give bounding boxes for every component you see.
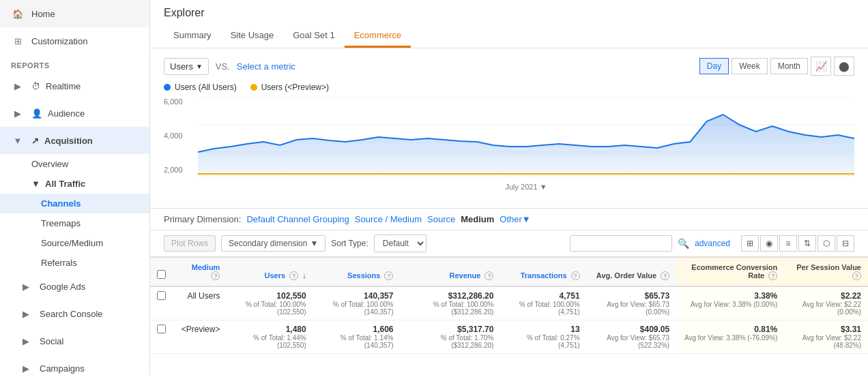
transactions-header-label[interactable]: Transactions [521,271,567,280]
revenue-header-label[interactable]: Revenue [450,271,481,280]
dim-option-source-medium[interactable]: Source / Medium [355,214,422,224]
legend-label-preview: Users (<Preview>) [261,82,329,92]
pie-chart-button[interactable]: ⬤ [834,57,854,76]
cell-avg-order-preview: $409.05 Avg for View: $65.73 (522.32%) [587,320,677,354]
medium-help-icon[interactable]: ? [211,271,220,280]
checkbox-preview[interactable] [157,325,166,333]
overview-label: Overview [31,159,68,169]
medium-header-label[interactable]: Medium [192,263,220,271]
psv-help-icon[interactable]: ? [852,271,861,280]
cell-ecr-preview: 0.81% Avg for View: 3.38% (-76.09%) [676,320,784,354]
transactions-value-all-users: 4,751 [560,291,580,301]
sidebar-item-channels[interactable]: Channels [0,194,149,213]
sidebar-item-google-ads[interactable]: ▶ Google Ads [0,273,149,300]
chart-section: Users ▼ VS. Select a metric Day Week Mon… [150,48,868,209]
sidebar-item-acquisition[interactable]: ▼ ↗ Acquisition [0,127,149,154]
transactions-help-icon[interactable]: ? [571,271,580,280]
table-search-input[interactable] [570,235,672,252]
sidebar-item-realtime[interactable]: ▶ ⏱ Realtime [0,72,149,100]
day-button[interactable]: Day [699,58,729,74]
table-view-button[interactable]: ⊞ [741,235,759,252]
secondary-dimension-button[interactable]: Secondary dimension ▼ [221,235,326,252]
col-header-checkbox [150,258,173,287]
users-sub-all-users: % of Total: 100.00% (102,550) [233,301,306,316]
cell-users-preview: 1,480 % of Total: 1.44% (102,550) [227,320,313,354]
date-label-text: July 2021 [505,183,537,191]
all-traffic-label: All Traffic [45,179,85,189]
sidebar-item-overview[interactable]: Overview [0,154,149,174]
chart-controls: Users ▼ VS. Select a metric Day Week Mon… [164,57,854,76]
cell-psv-preview: $3.31 Avg for View: $2.22 (48.82%) [784,320,868,354]
line-chart-button[interactable]: 📈 [811,57,831,76]
select-all-checkbox[interactable] [157,270,166,279]
sidebar-item-social[interactable]: ▶ Social [0,327,149,355]
revenue-help-icon[interactable]: ? [484,271,493,280]
sidebar-item-home[interactable]: 🏠 Home [0,0,149,27]
metric-selector-label: Users [170,61,193,72]
sidebar-label-home: Home [31,9,55,19]
y-label-4000: 4,000 [164,132,198,140]
month-button[interactable]: Month [770,58,808,74]
plot-rows-button[interactable]: Plot Rows [164,235,216,252]
ecr-help-icon[interactable]: ? [768,271,777,280]
pie-view-button[interactable]: ◉ [760,235,778,252]
metric-selector[interactable]: Users ▼ [164,58,209,75]
legend-label-all-users: Users (All Users) [175,82,237,92]
search-console-label: Search Console [40,309,103,319]
legend-item-preview: Users (<Preview>) [250,82,329,92]
select-metric-link[interactable]: Select a metric [237,61,295,72]
sort-type-select[interactable]: Default [374,235,426,252]
table-controls: Plot Rows Secondary dimension ▼ Sort Typ… [150,230,868,257]
chart-area-fill [198,115,854,176]
users-header-label[interactable]: Users [264,271,285,280]
search-icon[interactable]: 🔍 [678,238,689,249]
tab-goal-set-1[interactable]: Goal Set 1 [283,25,344,48]
users-help-icon[interactable]: ? [289,271,298,280]
sidebar-item-search-console[interactable]: ▶ Search Console [0,300,149,327]
sessions-sub-preview: % of Total: 1.14% (140,357) [320,334,394,349]
revenue-value-preview: $5,317.70 [457,325,493,334]
revenue-value-all-users: $312,286.20 [448,291,494,301]
col-header-psv: Per Session Value ? [784,258,868,287]
dim-option-source[interactable]: Source [427,214,455,224]
compare-view-button[interactable]: ≡ [779,235,797,252]
expand-arrow-acquisition: ▼ [11,134,25,147]
dim-option-default-channel[interactable]: Default Channel Grouping [246,214,349,224]
col-header-medium: Medium ? [173,258,227,287]
week-button[interactable]: Week [732,58,767,74]
sidebar-item-campaigns[interactable]: ▶ Campaigns [0,355,149,375]
pivot-view-button[interactable]: ⇅ [798,235,816,252]
date-dropdown-icon[interactable]: ▼ [540,183,547,191]
chart-controls-left: Users ▼ VS. Select a metric [164,58,295,75]
sidebar-item-all-traffic[interactable]: ▼ All Traffic [0,174,149,194]
legend-dot-preview [250,84,257,91]
dimension-label: Primary Dimension: [164,214,241,224]
advanced-link[interactable]: advanced [695,239,730,248]
grid-view-button[interactable]: ⊟ [837,235,854,252]
sidebar-item-audience[interactable]: ▶ 👤 Audience [0,100,149,127]
checkbox-all-users[interactable] [157,291,166,300]
sidebar-item-referrals[interactable]: Referrals [0,253,149,273]
tab-ecommerce[interactable]: Ecommerce [345,25,411,48]
sidebar-item-treemaps[interactable]: Treemaps [0,213,149,233]
tab-site-usage[interactable]: Site Usage [221,25,284,48]
col-header-ecr: Ecommerce Conversion Rate ? [676,258,784,287]
col-header-avg-order: Avg. Order Value ? [587,258,677,287]
revenue-sub-preview: % of Total: 1.70% ($312,286.20) [407,334,493,349]
tab-summary[interactable]: Summary [164,25,221,48]
expand-arrow-google-ads: ▶ [19,280,33,293]
ecr-header-label: Ecommerce Conversion Rate [691,263,777,280]
cell-revenue-all-users: $312,286.20 % of Total: 100.00% ($312,28… [400,286,500,320]
vs-label: VS. [216,61,230,72]
avg-order-help-icon[interactable]: ? [661,271,669,280]
dim-dropdown-arrow: ▼ [522,214,531,224]
sessions-help-icon[interactable]: ? [384,271,393,280]
sidebar-item-source-medium[interactable]: Source/Medium [0,233,149,253]
row-checkbox-preview [150,320,173,354]
sidebar-item-customization[interactable]: ⊞ Customization [0,27,149,55]
users-sort-arrow: ↓ [302,271,306,280]
avg-order-value-all-users: $65.73 [644,291,669,301]
sessions-header-label[interactable]: Sessions [347,271,380,280]
dim-option-other-dropdown[interactable]: Other ▼ [500,214,530,224]
share-view-button[interactable]: ⬡ [818,235,835,252]
